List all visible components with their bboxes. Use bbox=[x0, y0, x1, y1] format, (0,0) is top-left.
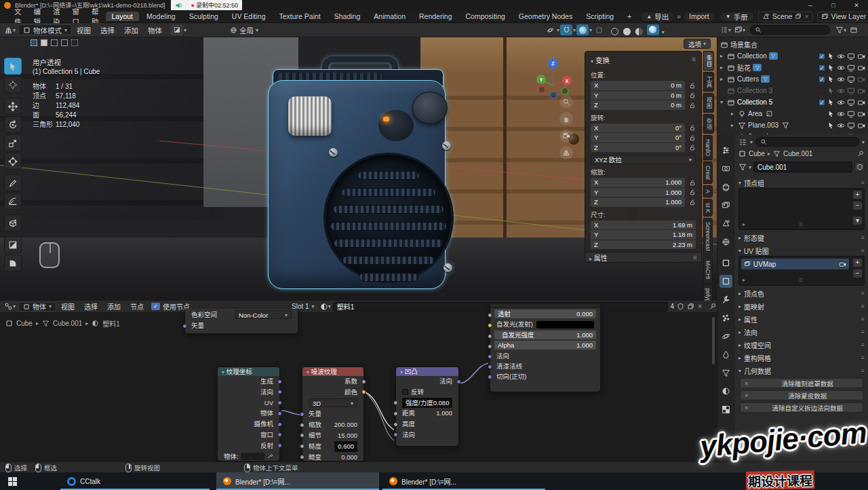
shader-node-editor[interactable]: ▾ 物体▾ 视图 选择 添加 节点 ✓ 使用节点 Slot 1▾ ▾ 塑料1 4… bbox=[0, 301, 717, 461]
properties-tab-data[interactable] bbox=[719, 366, 732, 379]
dim-z-field[interactable]: Z2.23 m bbox=[591, 240, 696, 250]
add-vertex-group-button[interactable]: + bbox=[852, 190, 863, 200]
strength-socket[interactable] bbox=[393, 400, 398, 405]
color-socket[interactable] bbox=[361, 390, 366, 394]
node-view-menu[interactable]: 视图 bbox=[56, 301, 79, 312]
view-menu[interactable]: 视图 bbox=[72, 25, 96, 35]
location-x-field[interactable]: X0 m bbox=[591, 81, 685, 90]
lock-icon[interactable] bbox=[689, 134, 696, 141]
colorspace-dropdown[interactable]: Non-Color▾ bbox=[235, 310, 292, 319]
pin-icon[interactable] bbox=[857, 150, 865, 157]
view-layer-selector[interactable]: View Layer bbox=[817, 12, 868, 22]
outliner-filter-icon[interactable] bbox=[835, 26, 844, 34]
render-hide-icon[interactable] bbox=[857, 75, 865, 83]
window-socket[interactable] bbox=[277, 432, 282, 437]
texture-space-panel-header[interactable]: ▸纹理空间≡ bbox=[738, 339, 865, 350]
render-hide-icon[interactable] bbox=[857, 121, 865, 130]
emission-strength-socket[interactable] bbox=[488, 334, 492, 339]
location-y-field[interactable]: Y0 m bbox=[591, 91, 685, 100]
speaker-overlay[interactable] bbox=[171, 0, 187, 10]
scale-socket[interactable] bbox=[300, 423, 304, 428]
tool-measure[interactable] bbox=[4, 193, 22, 210]
tool-select-box[interactable] bbox=[4, 58, 22, 75]
geometry-data-panel-header[interactable]: ▾几何数据≡ bbox=[738, 365, 865, 376]
selectable-icon[interactable] bbox=[827, 52, 835, 60]
eye-icon[interactable] bbox=[837, 110, 845, 118]
npanel-tab-tool[interactable]: 工具 bbox=[703, 72, 714, 92]
principled-bsdf-node-partial[interactable]: 透射0.000 自发光(发射) 自发光强度1.000 Alpha1.000 法向… bbox=[490, 304, 601, 392]
gizmo-neg-x[interactable] bbox=[538, 86, 546, 94]
outliner-row-decal[interactable]: ▸贴花 ✓ bbox=[717, 62, 868, 73]
close-button[interactable]: ✕ bbox=[845, 2, 868, 9]
properties-options-icon[interactable]: ▾ bbox=[862, 139, 865, 145]
properties-search-input[interactable] bbox=[755, 137, 859, 147]
gizmo-neg-y[interactable] bbox=[561, 87, 569, 95]
eye-icon[interactable] bbox=[837, 87, 845, 95]
navigation-gizmo[interactable]: Z Y X bbox=[532, 56, 574, 99]
workspace-tab-layout[interactable]: Layout bbox=[106, 12, 140, 21]
properties-tab-world[interactable] bbox=[719, 235, 732, 248]
npanel-tab-stk[interactable]: st K bbox=[703, 199, 713, 217]
scale-y-field[interactable]: Y1.000 bbox=[591, 188, 685, 197]
height-socket[interactable] bbox=[393, 422, 398, 427]
tool-corner[interactable] bbox=[4, 255, 22, 271]
viewport-hide-icon[interactable] bbox=[847, 75, 855, 83]
eye-icon[interactable] bbox=[837, 52, 845, 60]
collection-checkbox[interactable]: ✓ bbox=[818, 53, 825, 60]
selectable-icon[interactable] bbox=[827, 121, 835, 129]
clear-sculpt-mask-button[interactable]: ×清除雕刻遮罩数据 bbox=[740, 378, 863, 388]
clearcoat-normal-socket[interactable] bbox=[488, 364, 492, 369]
selectable-icon[interactable] bbox=[827, 98, 835, 106]
fake-user-shield-icon[interactable] bbox=[677, 303, 684, 310]
uv-maps-list[interactable]: UVMap ▸ ⠿ + − bbox=[738, 256, 865, 286]
npanel-tab-screencast[interactable]: Screencast bbox=[703, 218, 713, 255]
select-menu[interactable]: 选择 bbox=[96, 25, 119, 35]
unlink-material-icon[interactable]: × bbox=[698, 303, 702, 310]
pan-button[interactable] bbox=[559, 112, 573, 126]
uv-socket[interactable] bbox=[277, 400, 282, 405]
panel-menu-icon[interactable]: ≡ bbox=[692, 55, 696, 65]
viewport-options-button[interactable]: 选项▾ bbox=[684, 39, 711, 49]
gizmo-x-axis[interactable]: X bbox=[562, 76, 572, 86]
object-socket[interactable] bbox=[277, 411, 282, 416]
object-field[interactable] bbox=[241, 453, 264, 460]
tool-box-cutter[interactable] bbox=[4, 236, 22, 253]
fac-socket[interactable] bbox=[361, 379, 366, 384]
collection-checkbox[interactable] bbox=[818, 88, 825, 94]
shading-solid-button[interactable] bbox=[623, 28, 631, 35]
collection-icon[interactable] bbox=[71, 39, 78, 46]
attributes-panel-header[interactable]: ▸属性≡ bbox=[738, 314, 865, 324]
location-z-field[interactable]: Z0 m bbox=[591, 100, 685, 110]
pin-icon[interactable] bbox=[709, 303, 717, 310]
properties-tab-constraints[interactable] bbox=[719, 348, 732, 361]
data-name-field[interactable]: Cube.001 bbox=[753, 162, 852, 172]
image-texture-node-partial[interactable]: 色彩空间 Non-Color▾ 矢量 bbox=[184, 309, 298, 334]
viewport-hide-icon[interactable] bbox=[847, 87, 855, 95]
normal-in-socket[interactable] bbox=[393, 432, 398, 437]
lock-icon[interactable] bbox=[689, 92, 696, 98]
uv-map-row[interactable]: UVMap bbox=[741, 259, 849, 269]
npanel-tab-polygon[interactable]: polygon bbox=[703, 284, 713, 301]
noise-texture-node[interactable]: ▾ 噪波纹理 系数 颜色 3D▾ 矢量 缩放200.000 细节15.000 糙… bbox=[302, 366, 364, 461]
properties-tab-texture[interactable] bbox=[719, 403, 732, 416]
minimize-button[interactable]: ─ bbox=[799, 2, 822, 9]
tool-scale[interactable] bbox=[4, 134, 22, 151]
copy-material-icon[interactable] bbox=[687, 303, 694, 310]
reflection-socket[interactable] bbox=[277, 443, 282, 448]
texture-coordinate-node[interactable]: ▾ 纹理坐标 生成 法向 UV 物体 摄像机 窗口 反射 物体: bbox=[217, 366, 280, 461]
lock-icon[interactable] bbox=[689, 189, 696, 195]
selectable-icon[interactable] bbox=[827, 110, 835, 117]
emission-color-swatch[interactable] bbox=[536, 321, 594, 328]
transform-panel-header[interactable]: ▾ 变换 bbox=[591, 55, 610, 65]
workspace-tab-uv-editing[interactable]: UV Editing bbox=[226, 12, 272, 21]
zoom-button[interactable] bbox=[559, 95, 573, 109]
roughness-socket[interactable] bbox=[300, 444, 304, 449]
shape-keys-panel-header[interactable]: ▸形态键≡ bbox=[738, 232, 865, 243]
gizmo-z-axis[interactable]: Z bbox=[548, 58, 558, 69]
overlays-toggle[interactable] bbox=[593, 24, 605, 35]
scale-z-field[interactable]: Z1.000 bbox=[591, 197, 685, 207]
outliner-row-area[interactable]: ▸Area bbox=[717, 108, 868, 119]
vertex-groups-panel-header[interactable]: ▾顶点组≡ bbox=[738, 177, 865, 188]
shader-type-dropdown[interactable]: 物体▾ bbox=[18, 302, 56, 312]
gizmo-y-axis[interactable]: Y bbox=[536, 75, 546, 84]
